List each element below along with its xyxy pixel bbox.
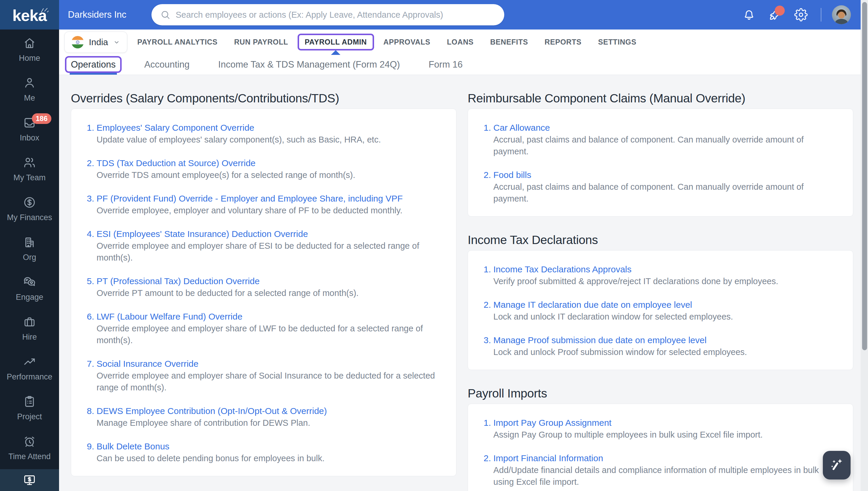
header-divider (821, 8, 821, 22)
item-description: Add/Update financial details and complia… (493, 464, 839, 488)
company-name: Darksiders Inc (68, 9, 131, 20)
sidebar-item-inbox[interactable]: 186 Inbox (0, 109, 59, 149)
item-link[interactable]: Employees' Salary Component Override (96, 122, 254, 134)
subtab-income-tax-tds[interactable]: Income Tax & TDS Management (Form 24Q) (218, 55, 400, 75)
section-income-tax-declarations: Income Tax Declarations 1.Income Tax Dec… (468, 233, 853, 370)
sidebar-item-performance[interactable]: Performance (0, 348, 59, 388)
hire-icon (23, 315, 36, 329)
item-description: Manage Employee share of contribution fo… (96, 417, 442, 429)
item-description: Assign Pay Group to multiple employees i… (493, 429, 839, 440)
sidebar-item-hire[interactable]: Hire (0, 308, 59, 348)
settings-button[interactable] (794, 8, 808, 22)
item-link[interactable]: Food bills (493, 169, 531, 181)
sidebar-item-label: My Team (13, 173, 46, 182)
card: 1.Import Pay Group Assignment Assign Pay… (468, 404, 853, 491)
item-link[interactable]: LWF (Labour Welfare Fund) Override (96, 311, 243, 322)
page-content: Overrides (Salary Components/Contributio… (59, 75, 868, 491)
section-title: Payroll Imports (468, 386, 853, 400)
list-item: 2.TDS (Tax Deduction at Source) Override… (85, 157, 442, 181)
subtab-label: Operations (71, 59, 116, 70)
item-description: Update value of employees' salary compon… (96, 134, 442, 145)
item-number: 2. (85, 157, 94, 169)
bell-icon (742, 8, 756, 22)
global-search[interactable] (151, 4, 504, 25)
search-input[interactable] (176, 10, 496, 20)
notifications-button[interactable] (742, 8, 756, 22)
right-column: Reimbursable Component Claims (Manual Ov… (468, 91, 853, 491)
section-tabs: Operations Accounting Income Tax & TDS M… (59, 55, 868, 75)
item-link[interactable]: Manage IT declaration due date on employ… (493, 299, 692, 311)
tab-payroll-analytics[interactable]: PAYROLL ANALYTICS (137, 38, 218, 46)
list-item: 1.Income Tax Declarations Approvals Veri… (482, 263, 839, 287)
india-flag-icon (71, 36, 84, 49)
item-link[interactable]: Car Allowance (493, 122, 550, 134)
item-link[interactable]: Import Financial Information (493, 452, 603, 464)
sidebar-item-time-attend[interactable]: Time Attend (0, 428, 59, 468)
subtab-form-16[interactable]: Form 16 (429, 55, 463, 75)
payroll-monitor-icon (23, 473, 36, 487)
tab-benefits[interactable]: BENEFITS (490, 38, 528, 46)
sidebar-item-label: Time Attend (8, 452, 51, 461)
item-link[interactable]: Bulk Delete Bonus (96, 440, 169, 452)
item-link[interactable]: TDS (Tax Deduction at Source) Override (96, 157, 256, 169)
sidebar-item-me[interactable]: Me (0, 69, 59, 109)
sidebar-item-org[interactable]: Org (0, 229, 59, 268)
scrollbar-thumb[interactable] (862, 2, 867, 350)
magic-wand-icon (828, 457, 845, 474)
item-description: Accrual, past claims and balance of comp… (493, 134, 839, 157)
list-item: 7.Social Insurance Override Override emp… (85, 358, 442, 393)
sidebar-item-project[interactable]: Project (0, 388, 59, 428)
page-scrollbar (861, 0, 868, 491)
performance-icon (23, 355, 36, 369)
tab-settings[interactable]: SETTINGS (598, 38, 637, 46)
item-description: Override employee, employer and voluntar… (96, 204, 442, 216)
item-description: Can be used to delete pending bonus for … (96, 452, 442, 464)
item-description: Override employee and employer share of … (96, 240, 442, 263)
sidebar-item-label: My Finances (7, 213, 52, 222)
item-link[interactable]: DEWS Employee Contribution (Opt-In/Opt-O… (96, 405, 327, 417)
tab-approvals[interactable]: APPROVALS (384, 38, 430, 46)
item-link[interactable]: Import Pay Group Assignment (493, 417, 611, 429)
main-area: Darksiders Inc (59, 0, 868, 491)
sidebar-item-engage[interactable]: Engage (0, 268, 59, 308)
sidebar-item-my-team[interactable]: My Team (0, 149, 59, 189)
list-item: 3.Manage Proof submission due date on em… (482, 334, 839, 358)
sidebar-item-payroll-active[interactable] (0, 469, 59, 491)
item-link[interactable]: ESI (Employees' State Insurance) Deducti… (96, 228, 308, 240)
tab-run-payroll[interactable]: RUN PAYROLL (234, 38, 288, 46)
list-item: 2.Import Financial Information Add/Updat… (482, 452, 839, 488)
user-avatar[interactable] (832, 5, 851, 24)
section-title: Overrides (Salary Components/Contributio… (71, 91, 456, 105)
app-window: keka Home Me 186 Inbox My Team My Financ… (0, 0, 868, 491)
item-link[interactable]: Manage Proof submission due date on empl… (493, 334, 706, 346)
item-number: 3. (85, 193, 94, 204)
list-item: 8.DEWS Employee Contribution (Opt-In/Opt… (85, 405, 442, 429)
quick-actions-fab[interactable] (823, 451, 850, 480)
active-subtab-underline (70, 73, 117, 75)
country-label: India (89, 37, 108, 47)
tab-reports[interactable]: REPORTS (545, 38, 582, 46)
inbox-count-badge: 186 (32, 113, 51, 124)
item-description: Override TDS amount employee(s) for a se… (96, 169, 442, 181)
notification-dot (775, 6, 785, 16)
subtab-operations[interactable]: Operations (71, 55, 116, 75)
item-link[interactable]: Social Insurance Override (96, 358, 198, 370)
active-tab-caret (331, 50, 340, 55)
sidebar-item-my-finances[interactable]: My Finances (0, 189, 59, 229)
tab-payroll-admin[interactable]: PAYROLL ADMIN (305, 38, 367, 46)
section-title: Income Tax Declarations (468, 233, 853, 247)
list-item: 2.Food bills Accrual, past claims and ba… (482, 169, 839, 204)
item-link[interactable]: PF (Provident Fund) Override - Employer … (96, 193, 403, 204)
item-link[interactable]: Income Tax Declarations Approvals (493, 263, 632, 275)
list-item: 1.Car Allowance Accrual, past claims and… (482, 122, 839, 157)
sidebar-item-home[interactable]: Home (0, 30, 59, 69)
item-description: Override employee and employer share of … (96, 322, 442, 346)
country-selector[interactable]: India (64, 32, 127, 53)
list-item: 1.Import Pay Group Assignment Assign Pay… (482, 417, 839, 440)
logo-spark-icon (40, 4, 49, 13)
tab-loans[interactable]: LOANS (447, 38, 474, 46)
item-link[interactable]: PT (Professional Tax) Deduction Override (96, 275, 259, 287)
whats-new-button[interactable] (768, 8, 782, 22)
section-title: Reimbursable Component Claims (Manual Ov… (468, 91, 853, 105)
subtab-accounting[interactable]: Accounting (144, 55, 190, 75)
